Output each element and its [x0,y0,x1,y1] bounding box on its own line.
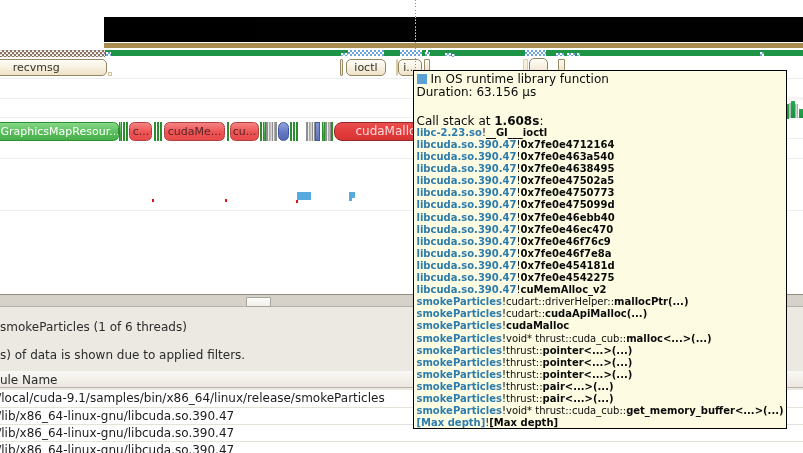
callstack-frame: libcuda.so.390.47!0x7fe0e46f7e8a [417,248,787,260]
callstack-frame: smokeParticles!thrust::pointer<...>(...) [417,345,787,357]
interval-label: cudaMe... [168,126,222,137]
interval-sliver[interactable] [260,122,262,142]
callstack-frame: libcuda.so.390.47!0x7fe0e46ec470 [417,224,787,236]
callstack-frame: libcuda.so.390.47!0x7fe0e4638495 [417,163,787,175]
horizontal-scrollbar-thumb[interactable] [246,297,271,307]
interval-sliver[interactable] [126,122,128,142]
interval-label: cu... [233,126,257,137]
tooltip-title-line: In OS runtime library function [417,73,787,86]
callstack-frame: libcuda.so.390.47!cuMemAlloc_v2 [417,284,787,296]
timeline-overview-band-tan[interactable] [104,43,803,48]
module-path: /lib/x86_64-linux-gnu/libcuda.so.390.47 [0,409,234,423]
module-path: /lib/x86_64-linux-gnu/libcuda.so.390.47 [0,443,234,453]
density-bar[interactable] [799,109,803,118]
highlight-block[interactable] [577,53,580,56]
interval-memcpy[interactable] [349,196,353,201]
highlight-block[interactable] [426,50,428,53]
module-path: /local/cuda-9.1/samples/bin/x86_64/linux… [0,391,385,405]
highlight-block[interactable] [400,50,422,56]
highlight-block[interactable] [425,52,430,56]
time-marker-line-on-ruler [415,17,416,42]
callstack-frame: smokeParticles!void* thrust::cuda_cub::m… [417,333,787,345]
density-strip [787,97,803,100]
timeline-overview-hatched-region [0,50,105,57]
interval-recvmsg[interactable]: recvmsg [0,59,107,76]
callstack-frame: smokeParticles!thrust::pointer<...>(...) [417,369,787,381]
callstack-frame: libcuda.so.390.47!0x7fe0e4750773 [417,187,787,199]
filter-notice-text: s) of data is shown due to applied filte… [0,348,245,362]
tooltip-spacer [417,99,787,115]
interval-label: GraphicsMapResour... [0,126,119,137]
interval-label: c... [133,126,150,137]
interval-sliver[interactable] [160,122,162,142]
interval-tiny[interactable] [108,72,112,77]
interval-ioctl[interactable]: ioctl [346,59,387,76]
interval-sliver[interactable] [154,122,156,142]
highlight-block[interactable] [525,50,547,56]
callstack-frame: smokeParticles!cudart::driverHelper::mal… [417,296,787,308]
interval-cudame[interactable]: cudaMe... [164,122,226,142]
interval-kernel-dot[interactable] [152,199,155,202]
interval-sliver[interactable] [227,122,229,142]
interval-cu[interactable]: cu... [230,122,259,142]
interval-cuda-c[interactable]: c... [129,122,152,142]
interval-memcpy[interactable] [297,192,311,201]
callstack-frame: libcuda.so.390.47!0x7fe0e454181d [417,260,787,272]
module-name-column-header: Module Name [0,373,57,387]
interval-gray-group[interactable] [266,122,277,142]
interval-sliver[interactable] [340,59,344,76]
callstack-frame: smokeParticles!thrust::pair<...>(...) [417,393,787,405]
highlight-block[interactable] [760,52,764,56]
callstack-frame: libcuda.so.390.47!0x7fe0e46f76c9 [417,236,787,248]
callstack-frame: libcuda.so.390.47!0x7fe0e4712164 [417,139,787,151]
interval-kernel-dot[interactable] [225,199,228,202]
row-separator [787,138,803,139]
callstack-frame: libcuda.so.390.47!0x7fe0e475099d [417,199,787,211]
highlight-block[interactable] [106,52,112,56]
interval-label: recvmsg [13,62,60,73]
thread-info-text: smokeParticles (1 of 6 threads) [0,320,187,334]
highlight-block[interactable] [556,53,564,57]
callstack-frame: libcuda.so.390.47!0x7fe0e4542275 [417,272,787,284]
interval-gray-group[interactable] [306,122,315,142]
interval-blue[interactable] [278,122,289,142]
interval-sliver[interactable] [331,122,333,142]
callstack-frame: libcuda.so.390.47!0x7fe0e463a540 [417,151,787,163]
callstack-frame: libcuda.so.390.47!0x7fe0e46ebb40 [417,212,787,224]
interval-sliver[interactable] [296,122,298,142]
callstack-frame: [Max depth]![Max depth] [417,417,787,429]
callstack-tooltip: In OS runtime library function Duration:… [413,70,787,430]
callstack-frame: libcuda.so.390.47!0x7fe0e47502a5 [417,175,787,187]
highlight-block[interactable] [348,50,384,56]
tooltip-frames: libc-2.23.so!__GI___ioctllibcuda.so.390.… [417,127,787,429]
callstack-frame: smokeParticles!void* thrust::cuda_cub::g… [417,405,787,417]
callstack-frame: smokeParticles!thrust::pointer<...>(...) [417,357,787,369]
interval-sliver[interactable] [290,122,292,142]
callstack-frame: smokeParticles!cudart::cudaApiMalloc(...… [417,308,787,320]
module-table-row[interactable]: /lib/x86_64-linux-gnu/libcuda.so.390.47 [0,442,803,453]
tooltip-title: In OS runtime library function [431,72,609,86]
highlight-block[interactable] [452,54,455,57]
callstack-frame: libc-2.23.so!__GI___ioctl [417,127,787,139]
callstack-frame: smokeParticles!thrust::pair<...>(...) [417,381,787,393]
profiler-timeline-view: recvmsgioctli...GraphicsMapResour...c...… [0,0,803,453]
interval-sliver[interactable] [119,122,121,142]
interval-graphics-map[interactable]: GraphicsMapResour... [0,122,119,142]
interval-kernel-dot[interactable] [296,200,299,203]
module-path: /lib/x86_64-linux-gnu/libcuda.so.390.47 [0,426,234,440]
timeline-ruler-dense-ticks [104,17,803,42]
tooltip-duration: Duration: 63.156 μs [417,86,787,99]
os-runtime-color-swatch-icon [417,74,428,84]
highlight-block[interactable] [445,53,451,57]
callstack-frame: smokeParticles!cudaMalloc [417,320,787,332]
interval-blue-sliver[interactable] [315,122,320,142]
highlight-block[interactable] [567,53,575,57]
interval-label: ioctl [354,62,377,73]
